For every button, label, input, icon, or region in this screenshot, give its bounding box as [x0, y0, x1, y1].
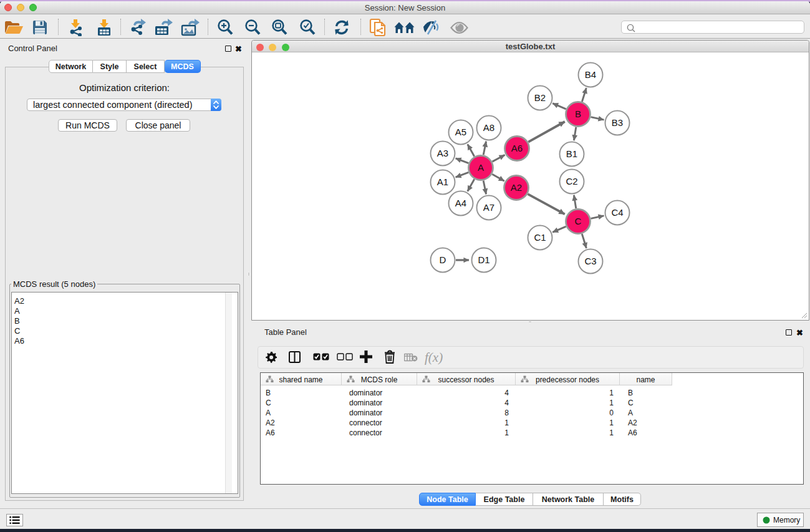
svg-text:C2: C2	[566, 176, 577, 186]
svg-text:A3: A3	[437, 148, 448, 158]
svg-text:B2: B2	[534, 92, 546, 103]
svg-text:A2: A2	[511, 182, 522, 193]
svg-text:C4: C4	[611, 207, 623, 218]
svg-text:B: B	[575, 109, 581, 119]
svg-text:D1: D1	[478, 254, 489, 265]
svg-text:C: C	[575, 216, 582, 226]
svg-text:B1: B1	[566, 148, 577, 159]
svg-text:B4: B4	[585, 69, 596, 80]
svg-text:A7: A7	[483, 202, 494, 213]
svg-text:A4: A4	[455, 198, 466, 208]
svg-text:C3: C3	[584, 256, 596, 266]
svg-text:A: A	[478, 162, 484, 173]
svg-text:B3: B3	[612, 117, 623, 128]
svg-text:A8: A8	[483, 122, 494, 133]
svg-text:A5: A5	[455, 127, 466, 137]
svg-text:D: D	[440, 254, 446, 265]
svg-text:A6: A6	[511, 143, 523, 153]
svg-text:C1: C1	[534, 232, 546, 243]
svg-text:A1: A1	[437, 177, 448, 187]
